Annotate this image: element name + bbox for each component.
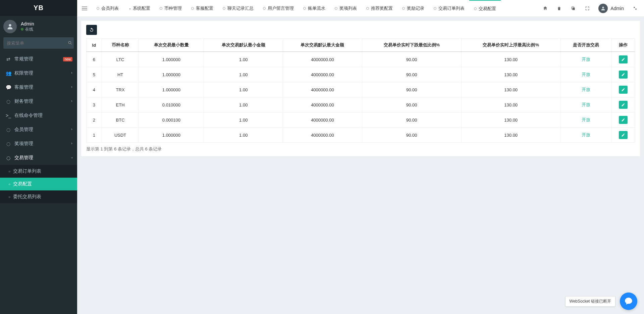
sidebar-sub-item[interactable]: ○委托交易列表 [0, 190, 77, 203]
svg-rect-7 [573, 7, 575, 10]
sidebar-item[interactable]: ◌交易管理‹ [0, 151, 77, 165]
open-status: 开放 [582, 117, 590, 122]
trash-icon[interactable] [553, 3, 565, 14]
top-user[interactable]: Admin [596, 4, 627, 13]
sidebar-item-label: 在线命令管理 [14, 113, 43, 119]
cell: 130.00 [461, 128, 560, 143]
cell: 4000000.00 [283, 113, 362, 128]
sidebar-item-label: 权限管理 [14, 70, 33, 76]
tab-label: 奖励记录 [407, 5, 424, 11]
edit-button[interactable] [619, 116, 628, 124]
gears-icon[interactable] [629, 3, 641, 14]
cell: 4 [87, 82, 102, 97]
circle-icon [434, 7, 436, 10]
tab-label: 账单流水 [308, 5, 325, 11]
cell: 1.000000 [139, 67, 204, 82]
chat-fab[interactable] [620, 293, 637, 310]
action-cell [611, 82, 635, 97]
refresh-button[interactable] [86, 25, 97, 35]
column-header[interactable]: Id [87, 39, 102, 52]
cell: 1.00 [204, 67, 283, 82]
fullscreen-icon[interactable] [582, 3, 593, 14]
tab[interactable]: 账单流水 [299, 0, 330, 17]
table-info: 显示第 1 到第 6 条记录，总共 6 条记录 [86, 146, 635, 152]
cell: 4000000.00 [283, 128, 362, 143]
tab[interactable]: 用户留言管理 [258, 0, 299, 17]
cell: 0.000100 [139, 113, 204, 128]
sidebar: YB Admin 在线 ⇄常规管理new👥权限管理‹💬客服管理‹◌财务管理‹ [0, 0, 77, 314]
brand[interactable]: YB [0, 0, 77, 16]
cell: 6 [87, 52, 102, 67]
tab[interactable]: 交易订单列表 [429, 0, 469, 17]
home-icon[interactable] [539, 3, 551, 14]
svg-point-1 [68, 41, 71, 44]
circle-icon [97, 7, 99, 10]
sidebar-item[interactable]: 💬客服管理‹ [0, 80, 77, 94]
cell: 3 [87, 97, 102, 113]
sidebar-item-label: 奖项管理 [14, 141, 33, 147]
open-cell: 开放 [560, 113, 611, 128]
circle-icon [474, 7, 477, 10]
top-right: Admin [536, 3, 644, 14]
circle-icon [402, 7, 405, 10]
sidebar-item[interactable]: ⇄常规管理new [0, 52, 77, 66]
chevron-icon: ‹ [71, 99, 72, 103]
sidebar-item[interactable]: >_在线命令管理 [0, 108, 77, 123]
sidebar-item[interactable]: ◌财务管理‹ [0, 94, 77, 108]
tab-label: 系统配置 [133, 5, 150, 11]
open-cell: 开放 [560, 52, 611, 67]
tab-label: 奖项列表 [339, 5, 357, 11]
tab[interactable]: 聊天记录汇总 [218, 0, 258, 17]
tab-label: 聊天记录汇总 [227, 5, 254, 11]
column-header[interactable]: 操作 [611, 39, 635, 52]
tab-label: 会员列表 [101, 5, 119, 11]
column-header[interactable]: 单次交易默认最大金额 [283, 39, 362, 52]
edit-button[interactable] [619, 71, 628, 79]
edit-button[interactable] [619, 101, 628, 109]
table-row: 2BTC0.0001001.004000000.0090.00130.00开放 [87, 113, 635, 128]
avatar-icon [598, 4, 608, 13]
edit-button[interactable] [619, 86, 628, 94]
column-header[interactable]: 是否开放交易 [560, 39, 611, 52]
sidebar-item[interactable]: 👥权限管理‹ [0, 66, 77, 80]
circle-icon: ○ [8, 195, 10, 199]
column-header[interactable]: 交易单价实时上浮最高比例% [461, 39, 560, 52]
menu-icon: ◌ [5, 141, 12, 146]
search-input[interactable] [3, 41, 66, 46]
column-header[interactable]: 交易单价实时下跌最低比例% [362, 39, 461, 52]
tab[interactable]: 会员列表 [92, 0, 123, 17]
tab[interactable]: 奖励记录 [397, 0, 429, 17]
column-header[interactable]: 单次交易默认最小金额 [204, 39, 283, 52]
svg-point-11 [635, 8, 637, 10]
sidebar-item[interactable]: ◌会员管理‹ [0, 123, 77, 137]
chevron-icon: ‹ [71, 142, 72, 146]
column-header[interactable]: 单次交易最小数量 [139, 39, 204, 52]
tab[interactable]: 系统配置 [123, 0, 155, 17]
table-row: 6LTC1.0000001.004000000.0090.00130.00开放 [87, 52, 635, 67]
copy-icon[interactable] [568, 3, 579, 14]
action-cell [611, 128, 635, 143]
tab[interactable]: 币种管理 [155, 0, 186, 17]
tab[interactable]: 推荐奖配置 [362, 0, 397, 17]
edit-button[interactable] [619, 55, 628, 63]
sidebar-toggle[interactable] [77, 0, 92, 17]
tab[interactable]: 奖项列表 [330, 0, 362, 17]
cell: 4000000.00 [283, 52, 362, 67]
edit-button[interactable] [619, 131, 628, 139]
column-header[interactable]: 币种名称 [102, 39, 139, 52]
svg-line-2 [70, 43, 71, 44]
tab[interactable]: 交易配置 [469, 0, 501, 17]
open-status: 开放 [582, 87, 590, 92]
sidebar-item[interactable]: ◌奖项管理‹ [0, 137, 77, 151]
search-icon[interactable] [66, 41, 74, 45]
svg-point-10 [634, 7, 635, 8]
cell: 90.00 [362, 52, 461, 67]
avatar [3, 20, 17, 33]
circle-icon [263, 7, 266, 10]
cell: ETH [102, 97, 139, 113]
svg-point-9 [602, 6, 604, 8]
sidebar-sub-item[interactable]: ○交易配置 [0, 178, 77, 190]
cell: 130.00 [461, 52, 560, 67]
sidebar-sub-item[interactable]: ○交易订单列表 [0, 165, 77, 178]
tab[interactable]: 客服配置 [186, 0, 218, 17]
